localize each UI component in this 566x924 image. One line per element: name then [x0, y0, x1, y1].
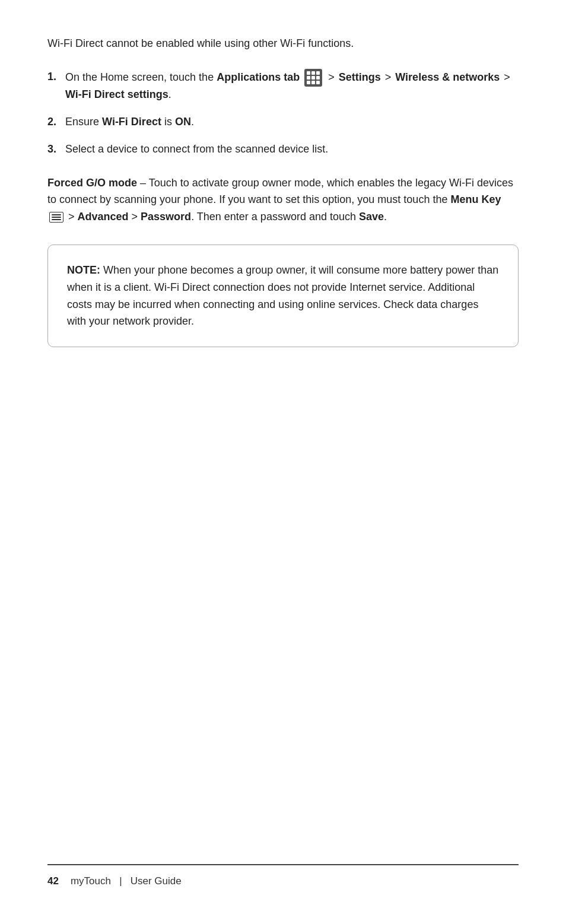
guide-text: User Guide	[131, 875, 182, 887]
wifi-direct-settings-label: Wi-Fi Direct settings	[65, 88, 168, 100]
advanced-label: Advanced	[78, 211, 129, 223]
brand-text: myTouch	[71, 875, 111, 887]
applications-tab-label: Applications tab	[217, 71, 300, 83]
footer: 42 myTouch | User Guide	[47, 864, 519, 889]
forced-mode-label: Forced G/O mode	[47, 177, 137, 189]
menu-key-label: Menu Key	[450, 193, 501, 205]
arrow-1: >	[328, 71, 335, 83]
step-2: 2. Ensure Wi-Fi Direct is ON.	[47, 114, 519, 131]
settings-label: Settings	[339, 71, 381, 83]
intro-paragraph: Wi-Fi Direct cannot be enabled while usi…	[47, 36, 519, 52]
note-box: NOTE: When your phone becomes a group ow…	[47, 245, 519, 347]
forced-mode-paragraph: Forced G/O mode – Touch to activate grou…	[47, 174, 519, 226]
intro-text: Wi-Fi Direct cannot be enabled while usi…	[47, 37, 354, 49]
forced-mode-text-3: .	[384, 211, 387, 223]
arrow-2: >	[385, 71, 392, 83]
menu-line-2	[52, 217, 61, 218]
step-2-content: Ensure Wi-Fi Direct is ON.	[65, 114, 519, 131]
forced-mode-text-2: . Then enter a password and touch	[191, 211, 359, 223]
save-label: Save	[359, 211, 384, 223]
arrow-forced-2: >	[129, 211, 141, 223]
page-container: Wi-Fi Direct cannot be enabled while usi…	[0, 0, 566, 924]
step-1-number: 1.	[47, 69, 65, 85]
arrow-forced-1: >	[68, 211, 78, 223]
footer-brand: myTouch | User Guide	[71, 874, 182, 889]
step-2-number: 2.	[47, 114, 65, 131]
footer-separator: |	[119, 875, 122, 887]
step-3-content: Select a device to connect from the scan…	[65, 141, 519, 158]
note-text: When your phone becomes a group owner, i…	[67, 264, 498, 327]
wifi-direct-label: Wi-Fi Direct	[102, 116, 161, 128]
menu-key-icon	[49, 212, 63, 223]
footer-page-number: 42	[47, 874, 59, 889]
step-3: 3. Select a device to connect from the s…	[47, 141, 519, 158]
arrow-3: >	[504, 71, 510, 83]
steps-list: 1. On the Home screen, touch the Applica…	[47, 69, 519, 158]
content-area: Wi-Fi Direct cannot be enabled while usi…	[47, 36, 519, 864]
menu-line-1	[52, 214, 61, 215]
apps-grid-icon	[304, 69, 322, 87]
step-1-content: On the Home screen, touch the Applicatio…	[65, 69, 519, 103]
step-3-number: 3.	[47, 141, 65, 158]
menu-line-3	[52, 219, 61, 220]
step-1: 1. On the Home screen, touch the Applica…	[47, 69, 519, 103]
on-label: ON	[175, 116, 191, 128]
password-label: Password	[141, 211, 191, 223]
wireless-networks-label: Wireless & networks	[395, 71, 500, 83]
note-label: NOTE:	[67, 264, 100, 276]
